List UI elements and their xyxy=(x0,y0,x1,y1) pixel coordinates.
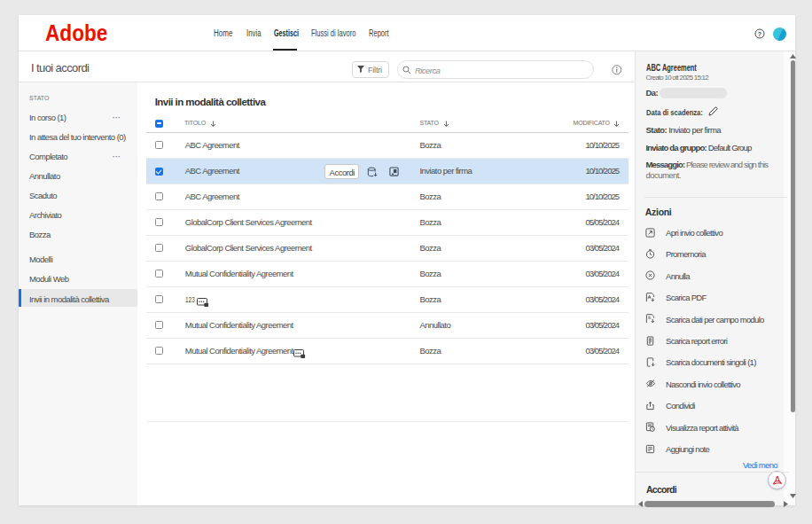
svg-text:?: ? xyxy=(758,31,761,37)
